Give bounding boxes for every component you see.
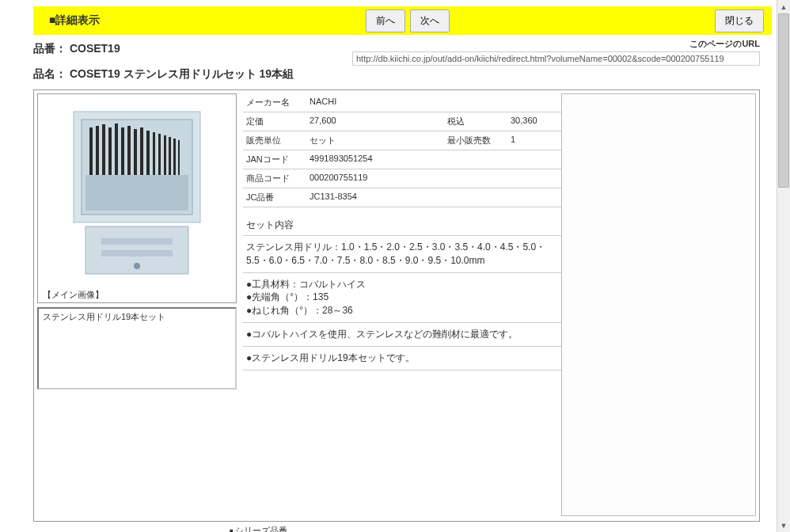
spec-scroll-area[interactable]: メーカー名 NACHI 定価 27,600 税込 30,360 販売単位 セット… bbox=[240, 90, 564, 518]
product-image-box: 【メイン画像】 bbox=[37, 93, 237, 303]
svg-rect-4 bbox=[96, 126, 99, 175]
minqty-label: 最小販売数 bbox=[447, 135, 511, 146]
description-text: ステンレス用ドリル19本セット bbox=[43, 312, 165, 321]
code-value: COSET19 bbox=[70, 42, 120, 55]
scroll-down-button[interactable]: ▼ bbox=[777, 519, 790, 532]
spec-table: メーカー名 NACHI 定価 27,600 税込 30,360 販売単位 セット… bbox=[243, 93, 561, 207]
jan-value: 4991893051254 bbox=[310, 154, 558, 165]
image-caption: 【メイン画像】 bbox=[43, 289, 104, 301]
content-header: セット内容 bbox=[243, 215, 561, 236]
right-panel bbox=[561, 93, 756, 516]
price-value: 27,600 bbox=[310, 116, 447, 127]
material-line: ●工具材料：コバルトハイス bbox=[246, 278, 558, 291]
scroll-thumb[interactable] bbox=[778, 13, 789, 188]
spec-row-unit: 販売単位 セット 最小販売数 1 bbox=[243, 131, 561, 150]
svg-rect-16 bbox=[169, 137, 171, 175]
name-value: COSET19 ステンレス用ドリルセット 19本組 bbox=[70, 67, 294, 80]
svg-point-22 bbox=[134, 263, 140, 269]
svg-rect-8 bbox=[121, 127, 124, 175]
content-body-4: ●ステンレス用ドリル19本セットです。 bbox=[243, 347, 561, 370]
jan-label: JANコード bbox=[246, 154, 310, 165]
svg-rect-18 bbox=[178, 140, 180, 175]
svg-rect-13 bbox=[153, 132, 155, 175]
svg-rect-9 bbox=[127, 126, 131, 175]
spec-row-jan: JANコード 4991893051254 bbox=[243, 150, 561, 169]
svg-rect-5 bbox=[102, 124, 105, 175]
description-box[interactable]: ステンレス用ドリル19本セット bbox=[37, 307, 237, 390]
price-label: 定価 bbox=[246, 116, 310, 127]
spec-row-jc: JC品番 JC131-8354 bbox=[243, 188, 561, 207]
content-body-3: ●コバルトハイスを使用、ステンレスなどの難削材に最適です。 bbox=[243, 323, 561, 347]
pcode-label: 商品コード bbox=[246, 173, 310, 184]
svg-rect-3 bbox=[89, 127, 93, 175]
svg-rect-2 bbox=[85, 175, 188, 211]
content-body-2: ●工具材料：コバルトハイス ●先端角（°）：135 ●ねじれ角（°）：28～36 bbox=[243, 273, 561, 323]
next-button[interactable]: 次へ bbox=[410, 10, 450, 32]
nav-buttons: 前へ 次へ bbox=[100, 10, 715, 32]
page-title: ■詳細表示 bbox=[49, 13, 100, 28]
jc-value: JC131-8354 bbox=[310, 192, 558, 203]
name-label: 品名： bbox=[33, 67, 66, 80]
svg-rect-7 bbox=[115, 124, 118, 175]
svg-rect-20 bbox=[101, 238, 173, 245]
svg-rect-15 bbox=[164, 135, 166, 175]
maker-label: メーカー名 bbox=[246, 97, 310, 108]
tax-label: 税込 bbox=[447, 116, 511, 127]
maker-value: NACHI bbox=[310, 97, 558, 108]
svg-rect-6 bbox=[108, 127, 112, 175]
spec-row-pcode: 商品コード 000200755119 bbox=[243, 169, 561, 188]
tax-value: 30,360 bbox=[511, 116, 558, 127]
svg-rect-17 bbox=[173, 139, 176, 175]
tip-angle-line: ●先端角（°）：135 bbox=[246, 291, 558, 304]
svg-rect-10 bbox=[134, 129, 137, 175]
product-image bbox=[66, 104, 208, 286]
svg-rect-12 bbox=[146, 131, 150, 175]
pcode-value: 000200755119 bbox=[310, 173, 558, 184]
url-input[interactable] bbox=[352, 51, 760, 66]
scroll-up-button[interactable]: ▲ bbox=[777, 0, 790, 13]
footer-series: シリーズ品番 bbox=[33, 522, 772, 532]
main-area: 【メイン画像】 ステンレス用ドリル19本セット メーカー名 NACHI 定価 2… bbox=[33, 89, 760, 522]
code-label: 品番： bbox=[33, 42, 66, 55]
spec-row-price: 定価 27,600 税込 30,360 bbox=[243, 112, 561, 131]
series-label: シリーズ品番 bbox=[235, 526, 287, 532]
url-label: このページのURL bbox=[689, 38, 760, 50]
svg-rect-11 bbox=[140, 127, 143, 175]
prev-button[interactable]: 前へ bbox=[366, 10, 405, 32]
page-scrollbar[interactable]: ▲ ▼ bbox=[777, 0, 790, 532]
jc-label: JC品番 bbox=[246, 192, 310, 203]
header-bar: ■詳細表示 前へ 次へ 閉じる bbox=[33, 6, 772, 35]
twist-angle-line: ●ねじれ角（°）：28～36 bbox=[246, 304, 558, 317]
content-section: セット内容 ステンレス用ドリル：1.0・1.5・2.0・2.5・3.0・3.5・… bbox=[243, 215, 561, 370]
content-body-1: ステンレス用ドリル：1.0・1.5・2.0・2.5・3.0・3.5・4.0・4.… bbox=[243, 236, 561, 273]
unit-value: セット bbox=[310, 135, 447, 146]
svg-rect-21 bbox=[101, 250, 173, 256]
close-button[interactable]: 閉じる bbox=[715, 10, 764, 32]
spec-row-maker: メーカー名 NACHI bbox=[243, 93, 561, 112]
minqty-value: 1 bbox=[511, 135, 558, 146]
svg-rect-14 bbox=[158, 134, 161, 175]
unit-label: 販売単位 bbox=[246, 135, 310, 146]
